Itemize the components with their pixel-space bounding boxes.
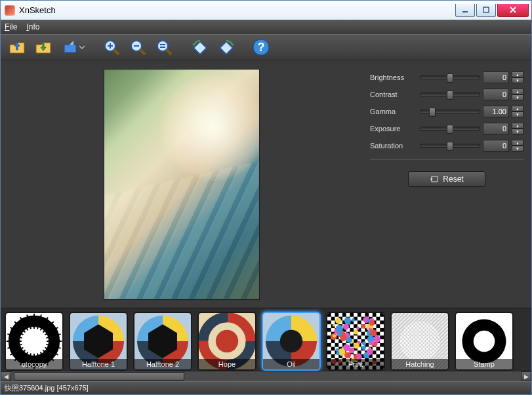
menu-info[interactable]: Info [26,22,39,31]
svg-point-74 [333,334,336,337]
exposure-spinner[interactable]: ▲▼ [512,123,523,135]
brightness-value[interactable]: 0 [483,72,509,83]
zoom-fit-button[interactable] [153,36,175,58]
zoom-out-icon [129,38,147,56]
rotate-right-icon [216,38,235,56]
svg-point-64 [352,318,355,322]
reset-button[interactable]: Reset [408,171,485,187]
effect-photocopy[interactable]: otocopy [5,312,64,371]
svg-text:?: ? [258,41,265,54]
svg-point-100 [335,348,338,352]
svg-point-111 [367,320,370,322]
rotate-left-button[interactable] [188,36,211,58]
effects-scrollbar[interactable]: ◀ ▶ [1,371,531,381]
menubar: File Info [1,20,531,34]
svg-point-80 [343,344,350,350]
contrast-slider[interactable] [420,93,480,96]
exposure-label: Exposure [370,125,417,133]
rotate-right-button[interactable] [215,36,237,58]
slider-row-contrast: Contrast0▲▼ [370,87,523,102]
svg-point-109 [369,320,375,325]
svg-point-118 [399,321,440,361]
svg-point-114 [362,346,366,350]
svg-point-108 [345,352,351,358]
svg-point-94 [367,348,373,355]
effect-halftone2[interactable]: Halftone 2 [133,312,192,371]
minimize-button[interactable] [455,4,475,17]
gamma-spinner[interactable]: ▲▼ [512,106,523,117]
effect-stamp[interactable]: Stamp [455,312,514,371]
exposure-slider[interactable] [420,127,480,131]
scrollbar-thumb[interactable] [14,372,184,381]
saturation-spinner[interactable]: ▲▼ [512,140,523,152]
reset-icon [430,175,439,183]
svg-point-115 [354,354,358,358]
svg-point-48 [216,329,238,352]
folder-down-icon [34,38,52,56]
scroll-right-button[interactable]: ▶ [521,371,531,381]
saturation-slider[interactable] [420,144,480,148]
panel-divider [370,159,523,159]
effect-print[interactable]: Print [326,312,385,371]
slider-row-saturation: Saturation0▲▼ [370,138,523,154]
window-titlebar: XnSketch [0,0,532,20]
share-icon [61,38,79,56]
export-button[interactable] [58,36,87,58]
window-title: XnSketch [19,5,455,15]
svg-point-51 [280,329,302,352]
saturation-label: Saturation [370,142,417,150]
close-button[interactable] [497,4,529,17]
save-button[interactable] [32,36,54,58]
svg-line-7 [167,50,171,54]
contrast-value[interactable]: 0 [483,89,509,100]
effect-label: Halftone 2 [134,359,191,369]
effect-hope[interactable]: Hope [197,312,256,371]
svg-point-98 [354,343,359,348]
scroll-left-button[interactable]: ◀ [1,371,11,381]
svg-point-102 [354,329,358,334]
help-button[interactable]: ? [250,36,272,58]
svg-point-103 [336,351,339,354]
maximize-button[interactable] [476,4,496,17]
effects-strip: otocopyHalftone 1Halftone 2HopeOilPrintH… [1,308,531,381]
effect-label: Oil [263,359,319,369]
adjustments-panel: Brightness0▲▼Contrast0▲▼Gamma1.00▲▼Expos… [362,60,531,308]
effect-label: Halftone 1 [70,359,127,369]
zoom-out-button[interactable] [127,36,149,58]
brightness-slider[interactable] [420,75,480,79]
svg-rect-12 [432,177,438,182]
effect-halftone1[interactable]: Halftone 1 [69,312,128,371]
svg-point-95 [336,324,343,331]
brightness-spinner[interactable]: ▲▼ [512,72,523,83]
effect-label: otocopy [6,359,62,369]
effect-label: Stamp [456,359,512,369]
effect-label: Print [327,359,384,369]
slider-row-brightness: Brightness0▲▼ [370,70,523,85]
svg-point-93 [356,326,359,329]
saturation-value[interactable]: 0 [483,140,509,152]
status-bar: 快照375604.jpg [457x675] [1,381,531,394]
svg-line-3 [114,50,119,54]
contrast-label: Contrast [370,91,417,98]
rotate-left-icon [190,38,209,56]
contrast-spinner[interactable]: ▲▼ [512,89,523,100]
gamma-value[interactable]: 1.00 [483,106,509,117]
canvas-area[interactable] [1,60,362,308]
svg-point-65 [361,323,365,328]
slider-row-gamma: Gamma1.00▲▼ [370,104,523,119]
menu-file[interactable]: File [5,22,17,31]
folder-up-icon [8,38,26,56]
brightness-label: Brightness [370,73,417,81]
effect-oil[interactable]: Oil [262,312,321,371]
open-button[interactable] [6,36,28,58]
gamma-slider[interactable] [420,110,480,114]
svg-point-56 [333,323,335,326]
svg-rect-1 [483,7,489,12]
exposure-value[interactable]: 0 [483,123,509,135]
effect-hatching[interactable]: Hatching [390,312,449,371]
svg-point-91 [369,341,374,345]
svg-point-90 [370,329,377,336]
zoom-in-icon [102,38,121,56]
slider-row-exposure: Exposure0▲▼ [370,121,523,136]
zoom-in-button[interactable] [100,36,123,58]
